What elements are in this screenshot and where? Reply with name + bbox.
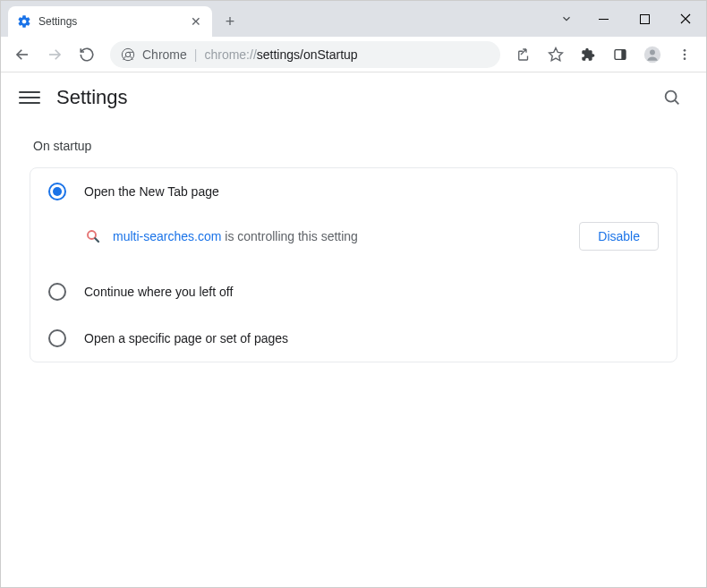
radio-unselected[interactable] <box>48 283 66 301</box>
svg-rect-0 <box>599 19 609 20</box>
chrome-icon <box>121 47 135 62</box>
new-tab-button[interactable]: + <box>217 9 243 34</box>
chevron-down-icon[interactable] <box>550 13 583 25</box>
share-icon[interactable] <box>509 40 538 69</box>
controlling-text: multi-searches.com is controlling this s… <box>113 229 358 243</box>
section-title: On startup <box>33 139 677 153</box>
svg-line-22 <box>95 238 98 242</box>
svg-rect-1 <box>640 14 649 23</box>
svg-point-19 <box>666 91 677 102</box>
back-button[interactable] <box>8 40 37 69</box>
minimize-button[interactable] <box>583 5 624 32</box>
magnifier-icon <box>84 227 102 245</box>
gear-icon <box>17 14 31 29</box>
search-icon[interactable] <box>656 81 688 114</box>
star-icon[interactable] <box>541 40 570 69</box>
forward-button[interactable] <box>40 40 69 69</box>
option-specific[interactable]: Open a specific page or set of pages <box>30 315 677 362</box>
divider: | <box>194 47 198 62</box>
side-panel-icon[interactable] <box>606 40 635 69</box>
browser-tab[interactable]: Settings ✕ <box>8 6 212 37</box>
disable-button[interactable]: Disable <box>579 222 659 251</box>
content: On startup Open the New Tab page multi-s… <box>1 123 706 379</box>
maximize-button[interactable] <box>624 5 665 32</box>
option-label: Open the New Tab page <box>84 184 219 199</box>
scheme-label: Chrome <box>142 47 187 62</box>
reload-button[interactable] <box>72 40 101 69</box>
option-new-tab[interactable]: Open the New Tab page <box>30 168 677 215</box>
option-label: Open a specific page or set of pages <box>84 331 288 345</box>
titlebar: Settings ✕ + <box>1 1 706 37</box>
browser-window: Settings ✕ + <box>0 0 707 588</box>
svg-rect-13 <box>621 49 626 59</box>
settings-header: Settings <box>1 72 706 123</box>
startup-card: Open the New Tab page multi-searches.com… <box>30 167 677 362</box>
menu-icon[interactable] <box>670 40 699 69</box>
extension-link[interactable]: multi-searches.com <box>113 229 221 243</box>
page-title: Settings <box>56 86 128 109</box>
svg-marker-11 <box>549 47 563 60</box>
profile-icon[interactable] <box>638 40 667 69</box>
svg-point-15 <box>650 49 655 55</box>
window-controls <box>550 1 706 37</box>
address-bar[interactable]: Chrome | chrome://settings/onStartup <box>110 41 500 68</box>
close-icon[interactable]: ✕ <box>189 14 203 29</box>
option-label: Continue where you left off <box>84 285 233 299</box>
option-continue[interactable]: Continue where you left off <box>30 268 677 315</box>
toolbar: Chrome | chrome://settings/onStartup <box>1 37 706 72</box>
close-button[interactable] <box>665 5 706 32</box>
svg-point-16 <box>684 49 686 52</box>
radio-unselected[interactable] <box>48 329 66 347</box>
hamburger-icon[interactable] <box>19 87 40 108</box>
svg-point-18 <box>684 57 686 60</box>
extensions-icon[interactable] <box>574 40 602 69</box>
svg-line-20 <box>675 100 678 104</box>
radio-selected[interactable] <box>48 183 66 200</box>
controlling-row: multi-searches.com is controlling this s… <box>30 215 677 268</box>
svg-point-7 <box>125 52 130 56</box>
tab-title: Settings <box>38 15 182 28</box>
url-text: chrome://settings/onStartup <box>204 47 357 62</box>
svg-point-17 <box>684 53 686 55</box>
